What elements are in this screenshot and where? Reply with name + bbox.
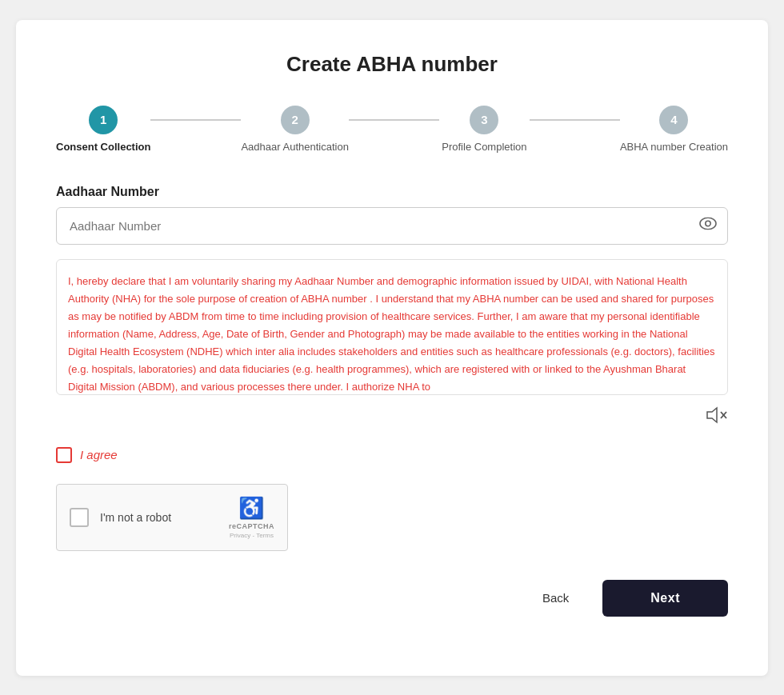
recaptcha-label: I'm not a robot bbox=[100, 511, 218, 524]
speaker-icon-row bbox=[56, 406, 728, 428]
step-item-4: 4 ABHA number Creation bbox=[620, 106, 728, 153]
step-circle-4: 4 bbox=[659, 106, 688, 134]
step-circle-2: 2 bbox=[281, 106, 310, 134]
step-circle-1: 1 bbox=[89, 106, 118, 134]
page-title: Create ABHA number bbox=[56, 52, 728, 77]
svg-marker-2 bbox=[707, 408, 717, 422]
back-button[interactable]: Back bbox=[523, 580, 588, 616]
recaptcha-box[interactable]: I'm not a robot ♿ reCAPTCHA Privacy - Te… bbox=[56, 484, 288, 551]
step-label-1: Consent Collection bbox=[56, 141, 150, 153]
agree-row: I agree bbox=[56, 447, 728, 463]
eye-icon[interactable] bbox=[699, 218, 717, 234]
agree-label: I agree bbox=[80, 448, 118, 461]
step-line-2-3 bbox=[349, 119, 439, 121]
svg-point-0 bbox=[700, 218, 716, 229]
agree-checkbox[interactable] bbox=[56, 447, 72, 463]
recaptcha-icon: ♿ bbox=[238, 496, 264, 521]
recaptcha-checkbox[interactable] bbox=[70, 508, 89, 527]
step-label-4: ABHA number Creation bbox=[620, 141, 728, 153]
aadhaar-label: Aadhaar Number bbox=[56, 185, 728, 199]
next-button[interactable]: Next bbox=[602, 580, 728, 617]
step-line-1-2 bbox=[150, 119, 241, 121]
aadhaar-input-wrapper bbox=[56, 207, 728, 245]
buttons-row: Back Next bbox=[56, 580, 728, 617]
consent-text-box[interactable]: I, hereby declare that I am voluntarily … bbox=[56, 259, 728, 395]
step-line-3-4 bbox=[530, 119, 620, 121]
step-item-2: 2 Aadhaar Authentication bbox=[241, 106, 348, 153]
svg-point-1 bbox=[706, 221, 710, 226]
recaptcha-brand: reCAPTCHA bbox=[229, 522, 274, 530]
speaker-mute-icon[interactable] bbox=[706, 406, 728, 428]
step-label-2: Aadhaar Authentication bbox=[241, 141, 348, 153]
step-circle-3: 3 bbox=[470, 106, 498, 134]
step-label-3: Profile Completion bbox=[442, 141, 526, 153]
main-card: Create ABHA number 1 Consent Collection … bbox=[16, 20, 768, 676]
stepper: 1 Consent Collection 2 Aadhaar Authentic… bbox=[56, 106, 728, 153]
step-item-1: 1 Consent Collection bbox=[56, 106, 150, 153]
recaptcha-logo: ♿ reCAPTCHA Privacy - Terms bbox=[229, 496, 274, 539]
recaptcha-sub: Privacy - Terms bbox=[230, 532, 274, 539]
aadhaar-input[interactable] bbox=[56, 207, 728, 245]
step-item-3: 3 Profile Completion bbox=[439, 106, 530, 153]
consent-text: I, hereby declare that I am voluntarily … bbox=[68, 275, 715, 393]
